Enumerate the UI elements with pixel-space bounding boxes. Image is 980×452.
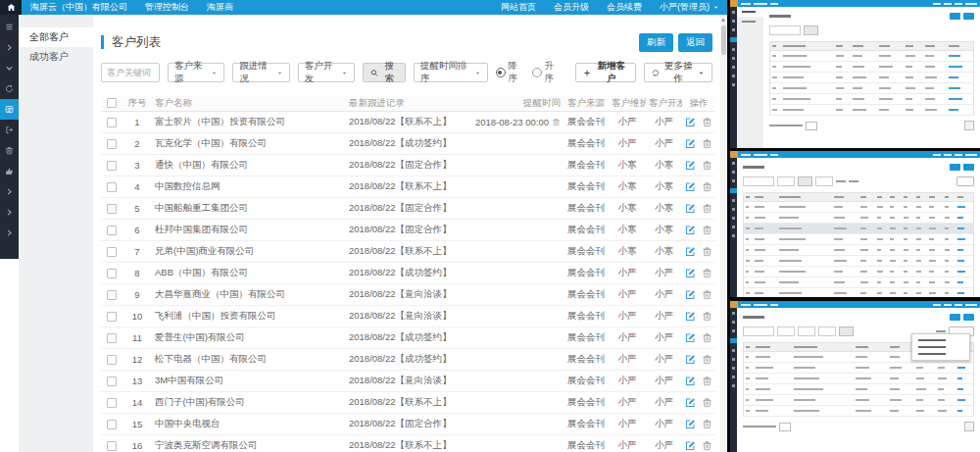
edit-icon[interactable] <box>685 181 696 192</box>
topbar-menu-item[interactable]: 淘屏商 <box>198 0 242 15</box>
topbar-right-item[interactable]: 会员升级 <box>545 0 598 15</box>
source-select[interactable]: 客户来源 <box>168 63 224 82</box>
vertical-scrollbar[interactable] <box>720 15 727 452</box>
topbar-right-item[interactable]: 网站首页 <box>492 0 545 15</box>
topbar-user-menu[interactable]: 小严(管理员) <box>651 0 727 15</box>
scrollbar-thumb[interactable] <box>721 25 726 55</box>
edit-icon[interactable] <box>685 419 696 429</box>
scroll-up-icon[interactable] <box>721 18 725 22</box>
more-actions-label: 更多操作 <box>662 60 695 85</box>
delete-icon[interactable] <box>702 332 712 343</box>
row-checkbox[interactable] <box>107 290 117 300</box>
delete-icon[interactable] <box>702 181 712 192</box>
sidebar-chevron-right-icon[interactable] <box>0 181 19 202</box>
edit-icon[interactable] <box>685 225 696 235</box>
mini-bar <box>860 206 866 208</box>
delete-icon[interactable] <box>702 354 712 365</box>
sidebar-trash-icon[interactable] <box>0 140 19 161</box>
delete-reminder-icon[interactable] <box>552 118 561 126</box>
edit-icon[interactable] <box>685 246 696 257</box>
delete-icon[interactable] <box>702 289 712 300</box>
delete-icon[interactable] <box>702 138 712 149</box>
delete-icon[interactable] <box>702 246 712 257</box>
table-row: 14西门子(中国)有限公司2018/08/22【联系不上】展会会刊小严小严 <box>101 392 715 414</box>
delete-icon[interactable] <box>702 440 712 451</box>
row-checkbox[interactable] <box>107 182 117 192</box>
edit-icon[interactable] <box>685 311 696 322</box>
row-checkbox[interactable] <box>107 420 117 429</box>
sidebar-item-success-customers[interactable]: 成功客户 <box>19 47 93 67</box>
row-checkbox[interactable] <box>107 139 117 149</box>
row-checkbox[interactable] <box>107 377 117 386</box>
row-checkbox[interactable] <box>107 398 117 408</box>
more-actions-button[interactable]: 更多操作 <box>644 63 712 82</box>
row-checkbox[interactable] <box>107 355 117 365</box>
row-checkbox[interactable] <box>107 247 117 257</box>
cell-keeper: 小严 <box>609 435 646 452</box>
mini-content <box>737 308 980 452</box>
sidebar-history-icon[interactable] <box>0 78 19 99</box>
refresh-button[interactable]: 刷新 <box>639 33 673 52</box>
delete-icon[interactable] <box>702 419 712 429</box>
row-checkbox[interactable] <box>107 333 117 343</box>
sort-desc-radio[interactable]: 降序 <box>496 60 524 85</box>
sort-asc-radio[interactable]: 升序 <box>532 60 561 85</box>
mini-bar <box>746 410 750 412</box>
edit-icon[interactable] <box>685 138 696 149</box>
sidebar-chevron-right-icon[interactable] <box>0 223 19 243</box>
cell-operations <box>682 349 715 371</box>
topbar-company[interactable]: 淘屏云（中国）有限公司 <box>22 0 136 15</box>
edit-icon[interactable] <box>685 160 696 171</box>
sidebar-menu-icon[interactable] <box>0 17 19 37</box>
row-checkbox[interactable] <box>107 312 117 322</box>
sidebar-approve-icon[interactable] <box>0 161 19 181</box>
select-all-checkbox[interactable] <box>107 98 117 108</box>
row-checkbox[interactable] <box>107 226 117 235</box>
row-checkbox[interactable] <box>107 161 117 171</box>
sidebar-customer-list-icon[interactable] <box>0 99 19 120</box>
search-button[interactable]: 搜索 <box>363 63 406 82</box>
mini-rail-dot <box>732 358 735 361</box>
edit-icon[interactable] <box>685 117 696 127</box>
delete-icon[interactable] <box>702 397 712 408</box>
sidebar-logout-icon[interactable] <box>0 120 19 140</box>
edit-icon[interactable] <box>685 268 696 278</box>
delete-icon[interactable] <box>702 203 712 214</box>
delete-icon[interactable] <box>702 376 712 386</box>
edit-icon[interactable] <box>685 289 696 300</box>
edit-icon[interactable] <box>685 203 696 214</box>
sidebar-chevron-right-icon[interactable] <box>0 37 19 58</box>
mini-bar <box>834 260 846 262</box>
delete-icon[interactable] <box>702 225 712 235</box>
develop-select[interactable]: 客户开发 <box>298 63 355 82</box>
edit-icon[interactable] <box>685 376 696 386</box>
back-button[interactable]: 返回 <box>678 33 712 52</box>
sidebar-item-all-customers[interactable]: 全部客户 <box>19 27 93 47</box>
sidebar-chevron-right-icon[interactable] <box>0 202 19 223</box>
delete-icon[interactable] <box>702 117 712 127</box>
edit-icon[interactable] <box>685 397 696 408</box>
sort-field-select[interactable]: 提醒时间排序 <box>414 63 488 82</box>
edit-icon[interactable] <box>685 332 696 343</box>
add-customer-button[interactable]: 新增客户 <box>575 63 635 82</box>
row-checkbox[interactable] <box>107 269 117 278</box>
screen: 淘屏云（中国）有限公司 管理控制台淘屏商 网站首页会员升级会员续费 小严(管理员… <box>0 0 980 452</box>
mini-button <box>839 326 854 336</box>
cell-reminder <box>469 198 564 220</box>
row-checkbox[interactable] <box>107 118 117 127</box>
delete-icon[interactable] <box>702 268 712 278</box>
sidebar-chevron-down-icon[interactable] <box>0 58 19 78</box>
delete-icon[interactable] <box>702 160 712 171</box>
topbar-right-item[interactable]: 会员续费 <box>598 0 651 15</box>
edit-icon[interactable] <box>685 354 696 365</box>
cell-developer: 小寒 <box>646 220 682 241</box>
mini-bar <box>770 3 778 5</box>
edit-icon[interactable] <box>685 440 696 451</box>
delete-icon[interactable] <box>702 311 712 322</box>
row-checkbox[interactable] <box>107 204 117 214</box>
keyword-input[interactable] <box>101 63 160 82</box>
home-button[interactable] <box>0 0 22 15</box>
followup-select[interactable]: 跟进情况 <box>232 63 289 82</box>
row-checkbox[interactable] <box>107 441 117 451</box>
topbar-menu-item[interactable]: 管理控制台 <box>136 0 198 15</box>
